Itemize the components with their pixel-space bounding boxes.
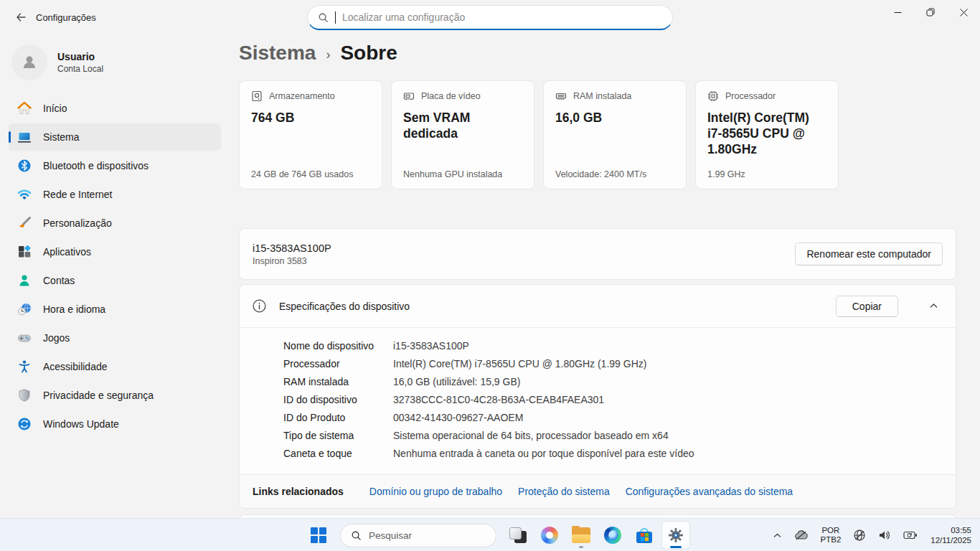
settings-button[interactable]: [661, 521, 690, 550]
tray-date: 12/11/2025: [930, 535, 971, 545]
sidebar-item-aplicativos[interactable]: Aplicativos: [9, 238, 221, 265]
accounts-icon: [17, 273, 32, 288]
sidebar-item-windows-update[interactable]: Windows Update: [9, 410, 221, 438]
card-label: Placa de vídeo: [421, 91, 481, 101]
spec-value: 16,0 GB (utilizável: 15,9 GB): [393, 373, 520, 391]
spec-label: ID do dispositivo: [283, 391, 393, 409]
sidebar-item-inicio[interactable]: Início: [9, 95, 221, 122]
close-icon: [960, 9, 968, 17]
back-arrow-icon: [15, 11, 27, 23]
language-code: POR: [821, 526, 842, 535]
sidebar-item-contas[interactable]: Contas: [9, 267, 221, 294]
card-footer: Nenhuma GPU instalada: [403, 169, 502, 179]
search-icon: [351, 530, 362, 541]
link-system-protection[interactable]: Proteção do sistema: [518, 486, 610, 497]
sidebar-item-label: Início: [43, 103, 67, 114]
battery-button[interactable]: [900, 523, 921, 547]
ram-icon: [555, 90, 567, 102]
battery-charging-icon: [903, 530, 918, 540]
spec-row: RAM instalada16,0 GB (utilizável: 15,9 G…: [283, 373, 941, 391]
back-button[interactable]: [10, 9, 32, 26]
microsoft-store-icon: [636, 528, 652, 543]
gear-icon: [667, 527, 684, 544]
start-button[interactable]: [304, 521, 333, 550]
apps-icon: [17, 245, 32, 259]
onedrive-paused-button[interactable]: [791, 523, 812, 547]
restore-button[interactable]: [914, 0, 947, 24]
minimize-button[interactable]: [881, 0, 914, 24]
storage-icon: [251, 90, 263, 102]
sidebar-item-sistema[interactable]: Sistema: [9, 123, 221, 151]
card-value: 764 GB: [251, 110, 370, 126]
user-account[interactable]: Usuario Conta Local: [9, 39, 221, 93]
taskbar-search[interactable]: [340, 524, 496, 547]
settings-search-box[interactable]: [307, 5, 673, 30]
card-label: Processador: [725, 91, 776, 101]
network-status-button[interactable]: [849, 523, 870, 547]
sidebar-item-label: Acessibilidade: [43, 361, 108, 372]
system-laptop-icon: [17, 130, 32, 144]
sidebar-item-label: Privacidade e segurança: [43, 390, 154, 401]
sidebar-item-hora-idioma[interactable]: Hora e idioma: [9, 296, 221, 323]
tray-time: 03:55: [930, 525, 971, 535]
spec-row: Nome do dispositivoi15-3583AS100P: [283, 337, 941, 355]
sidebar: Usuario Conta Local Início Sistema Bluet…: [0, 34, 230, 518]
clock[interactable]: 03:5512/11/2025: [926, 523, 976, 547]
card-value: Sem VRAM dedicada: [403, 110, 522, 141]
titlebar: Configurações: [0, 0, 980, 34]
sidebar-item-label: Windows Update: [43, 418, 119, 430]
file-explorer-icon: [572, 527, 590, 543]
card-label: Armazenamento: [269, 91, 335, 101]
card-label: RAM instalada: [573, 91, 631, 101]
copy-button[interactable]: Copiar: [836, 296, 898, 317]
related-links: Links relacionados Domínio ou grupo de t…: [240, 475, 956, 508]
brush-icon: [17, 216, 32, 230]
device-specs-header[interactable]: Especificações do dispositivo Copiar: [240, 285, 956, 327]
sidebar-item-acessibilidade[interactable]: Acessibilidade: [9, 353, 221, 380]
keyboard-layout: PTB2: [821, 535, 842, 545]
language-indicator[interactable]: PORPTB2: [817, 523, 845, 547]
copilot-button[interactable]: [535, 521, 564, 550]
tray-overflow-button[interactable]: [769, 523, 786, 547]
file-explorer-button[interactable]: [567, 521, 595, 550]
sidebar-item-label: Sistema: [43, 131, 80, 143]
sidebar-item-privacidade[interactable]: Privacidade e segurança: [9, 382, 221, 409]
card-value: 16,0 GB: [555, 110, 674, 126]
chevron-up-icon: [773, 531, 782, 540]
bluetooth-icon: [17, 159, 32, 173]
system-tray: PORPTB2 03:5512/11/202: [769, 519, 976, 551]
microsoft-store-button[interactable]: [630, 521, 659, 550]
taskbar: PORPTB2 03:5512/11/202: [0, 518, 980, 551]
sidebar-item-label: Rede e Internet: [43, 189, 113, 200]
task-view-button[interactable]: [504, 521, 532, 550]
link-advanced-system-settings[interactable]: Configurações avançadas do sistema: [626, 486, 793, 497]
edge-button[interactable]: [598, 521, 627, 550]
spec-label: RAM instalada: [283, 373, 393, 391]
device-name: i15-3583AS100P: [253, 242, 331, 254]
wifi-icon: [17, 187, 32, 202]
spec-value: 32738CCC-81C0-4C28-B63A-CEAB4FAEA301: [393, 391, 604, 409]
person-icon: [20, 53, 39, 72]
close-button[interactable]: [947, 0, 980, 24]
rename-computer-button[interactable]: Renomear este computador: [795, 242, 943, 265]
shield-icon: [17, 388, 32, 402]
sidebar-item-rede[interactable]: Rede e Internet: [9, 181, 221, 208]
sidebar-item-jogos[interactable]: Jogos: [9, 324, 221, 352]
sidebar-item-label: Aplicativos: [43, 246, 91, 258]
app-title: Configurações: [36, 12, 96, 23]
collapse-button[interactable]: [921, 296, 946, 317]
gpu-card: Placa de vídeo Sem VRAM dedicada Nenhuma…: [391, 80, 534, 189]
sidebar-item-bluetooth[interactable]: Bluetooth e dispositivos: [9, 152, 221, 179]
breadcrumb-parent[interactable]: Sistema: [239, 42, 316, 65]
volume-button[interactable]: [875, 523, 895, 547]
sidebar-item-personalizacao[interactable]: Personalização: [9, 209, 221, 237]
spec-row: ProcessadorIntel(R) Core(TM) i7-8565U CP…: [283, 355, 941, 373]
user-name: Usuario: [57, 51, 103, 62]
link-domain-workgroup[interactable]: Domínio ou grupo de trabalho: [369, 486, 502, 497]
spec-value: Nenhuma entrada à caneta ou por toque di…: [393, 445, 694, 463]
settings-search-input[interactable]: [342, 11, 662, 23]
overview-cards: Armazenamento 764 GB 24 GB de 764 GB usa…: [239, 80, 839, 189]
related-links-title: Links relacionados: [253, 486, 344, 497]
taskbar-search-input[interactable]: [369, 530, 462, 541]
spec-value: 00342-41430-09627-AAOEM: [393, 409, 523, 427]
